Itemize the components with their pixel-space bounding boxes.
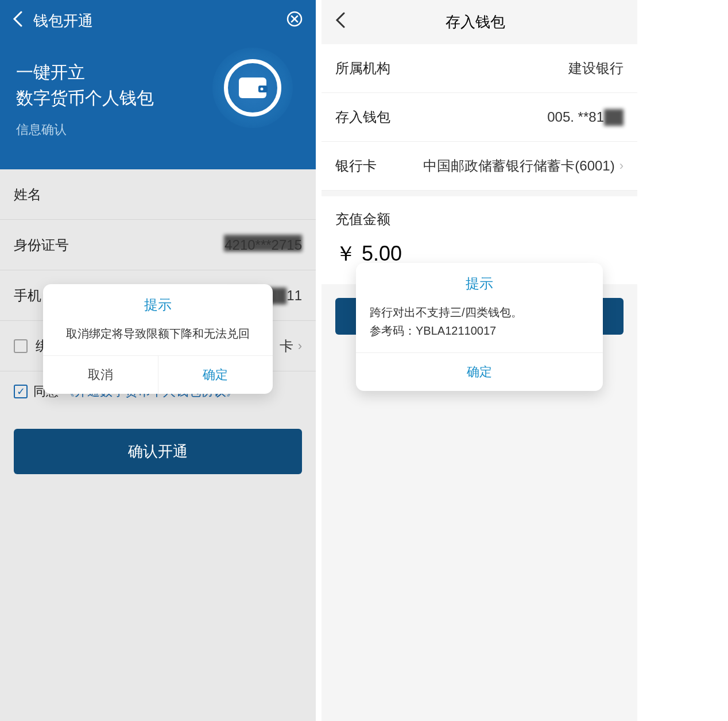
dialog-ok-button[interactable]: 确定 xyxy=(356,353,603,391)
dialog-title: 提示 xyxy=(356,263,603,301)
amount-label: 充值金额 xyxy=(322,196,637,235)
chevron-right-icon: › xyxy=(619,158,624,173)
dialog-message: 跨行对出不支持三/四类钱包。 参考码：YBLA12110017 xyxy=(356,301,603,352)
page-title: 存入钱包 xyxy=(327,12,624,32)
dialog-buttons: 确定 xyxy=(356,352,603,391)
dialog-buttons: 取消 确定 xyxy=(43,355,273,394)
org-label: 所属机构 xyxy=(335,59,568,77)
dialog-message-line2: 参考码：YBLA12110017 xyxy=(370,321,589,340)
titlebar: 存入钱包 xyxy=(322,0,637,44)
screen-wallet-open: 钱包开通 一键开立 数字货币个人钱包 信息确认 姓名 xyxy=(0,0,316,721)
dialog-message-line1: 跨行对出不支持三/四类钱包。 xyxy=(370,303,589,321)
currency-symbol: ￥ xyxy=(335,242,356,265)
dialog-error: 提示 跨行对出不支持三/四类钱包。 参考码：YBLA12110017 确定 xyxy=(356,263,603,391)
dialog-cancel-button[interactable]: 取消 xyxy=(43,356,158,394)
dialog-title: 提示 xyxy=(43,284,273,322)
row-org[interactable]: 所属机构 建设银行 xyxy=(322,44,637,93)
dialog-unbind-warning: 提示 取消绑定将导致限额下降和无法兑回 取消 确定 xyxy=(43,284,273,394)
wallet-label: 存入钱包 xyxy=(335,108,547,126)
org-value: 建设银行 xyxy=(568,59,624,77)
card-value: 中国邮政储蓄银行储蓄卡(6001) xyxy=(423,157,614,175)
dialog-message: 取消绑定将导致限额下降和无法兑回 xyxy=(43,322,273,355)
dialog-ok-button[interactable]: 确定 xyxy=(158,356,273,394)
row-card[interactable]: 银行卡 中国邮政储蓄银行储蓄卡(6001) › xyxy=(322,142,637,191)
row-wallet[interactable]: 存入钱包 005. **81██ xyxy=(322,93,637,142)
amount-value: 5.00 xyxy=(362,242,402,265)
wallet-value: 005. **81██ xyxy=(547,109,624,125)
separator xyxy=(322,191,637,196)
card-label: 银行卡 xyxy=(335,157,423,175)
screen-deposit: 存入钱包 所属机构 建设银行 存入钱包 005. **81██ 银行卡 中国邮政… xyxy=(322,0,637,721)
